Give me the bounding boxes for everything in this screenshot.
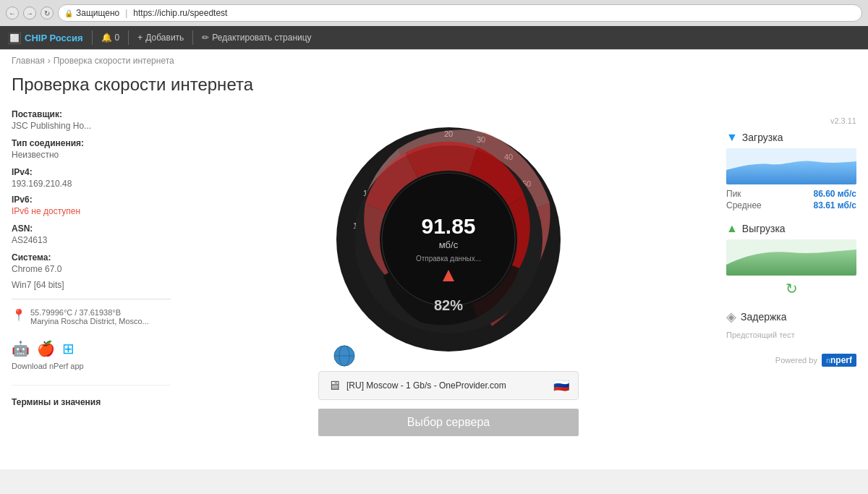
powered-by-label: Powered by xyxy=(775,356,817,365)
ipv6-value: IPv6 не доступен xyxy=(12,206,171,216)
speedometer-svg: 20 30 40 50 60 70 80 90 100 500 1Gb 0 5 … xyxy=(326,116,571,362)
coordinates: 55.79996°С / 37.61938°В xyxy=(30,308,149,317)
provider-label: Поставщик: xyxy=(12,109,171,119)
average-label: Среднее xyxy=(726,200,762,210)
browser-nav: ← → ↻ 🔒 Защищено | https://ichip.ru/spee… xyxy=(0,0,868,26)
upcoming-test: Предстоящий тест xyxy=(726,331,856,339)
download-title: Загрузка xyxy=(742,132,783,143)
edit-button[interactable]: ✏ Редактировать страницу xyxy=(202,33,311,43)
breadcrumb-home[interactable]: Главная xyxy=(12,56,45,66)
page-title: Проверка скорости интернета xyxy=(12,72,856,95)
svg-text:Отправка данных...: Отправка данных... xyxy=(416,255,481,263)
ipv4-value: 193.169.210.48 xyxy=(12,179,171,189)
system-label: Система: xyxy=(12,252,171,263)
toolbar-logo-text: CHIP Россия xyxy=(25,33,83,43)
chip-icon: 🔲 xyxy=(7,31,22,45)
location-name: Maryina Roscha District, Mosco... xyxy=(30,317,149,325)
forward-button[interactable]: → xyxy=(23,7,36,20)
latency-header: ◈ Задержка xyxy=(726,309,856,325)
upload-triangle-icon: ▲ xyxy=(726,222,738,235)
right-panel: v2.3.11 ▼ Загрузка xyxy=(726,109,856,436)
toolbar-separator2 xyxy=(128,30,129,45)
center-panel: 20 30 40 50 60 70 80 90 100 500 1Gb 0 5 … xyxy=(185,109,712,436)
speedometer: 20 30 40 50 60 70 80 90 100 500 1Gb 0 5 … xyxy=(326,116,571,362)
breadcrumb-sep: › xyxy=(48,56,51,66)
svg-text:мб/с: мб/с xyxy=(439,239,459,250)
secure-label: Защищено xyxy=(76,8,119,18)
location-row: 📍 55.79996°С / 37.61938°В Maryina Roscha… xyxy=(12,308,171,325)
toolbar-separator xyxy=(92,30,93,45)
download-triangle-icon: ▼ xyxy=(726,131,738,144)
app-download: 🤖 🍎 ⊞ Download nPerf app xyxy=(12,340,171,370)
url-text: https://ichip.ru/speedtest xyxy=(133,8,227,18)
upload-section: ▲ Выгрузка ↻ xyxy=(726,222,856,297)
address-bar[interactable]: 🔒 Защищено | https://ichip.ru/speedtest xyxy=(58,4,862,22)
nperf-brand: Powered by nnperf xyxy=(726,354,856,367)
globe-icon xyxy=(333,344,356,370)
connection-section: Тип соединения: Неизвестно xyxy=(12,138,171,160)
system-section: Система: Chrome 67.0 Win7 [64 bits] xyxy=(12,252,171,290)
svg-text:91.85: 91.85 xyxy=(421,214,475,238)
server-row: 🖥 [RU] Moscow - 1 Gb/s - OneProvider.com… xyxy=(318,371,579,400)
ipv6-label: IPv6: xyxy=(12,195,171,205)
select-server-button[interactable]: Выбор сервера xyxy=(318,409,579,436)
upload-title: Выгрузка xyxy=(742,223,786,234)
terms-title: Термины и значения xyxy=(12,397,171,407)
toolbar-logo: 🔲 CHIP Россия xyxy=(7,31,83,45)
version-tag: v2.3.11 xyxy=(726,116,856,125)
asn-label: ASN: xyxy=(12,223,171,234)
pencil-icon: ✏ xyxy=(202,33,209,43)
nperf-logo: nnperf xyxy=(822,354,856,367)
browser-toolbar: 🔲 CHIP Россия 🔔 0 + Добавить ✏ Редактиро… xyxy=(0,26,868,49)
latency-icon: ◈ xyxy=(726,309,736,325)
system-value: Chrome 67.0 xyxy=(12,264,171,274)
add-button[interactable]: + Добавить xyxy=(137,33,184,43)
notification-button[interactable]: 🔔 0 xyxy=(101,33,120,43)
connection-label: Тип соединения: xyxy=(12,138,171,148)
ipv4-label: IPv4: xyxy=(12,167,171,177)
provider-value: JSC Publishing Ho... xyxy=(12,121,171,131)
reload-button[interactable]: ↻ xyxy=(41,7,54,20)
plus-icon: + xyxy=(137,33,142,43)
app-download-label: Download nPerf app xyxy=(12,362,84,370)
browser-chrome: ← → ↻ 🔒 Защищено | https://ichip.ru/spee… xyxy=(0,0,868,50)
download-section: ▼ Загрузка xyxy=(726,131,856,210)
content-area: Поставщик: JSC Publishing Ho... Тип соед… xyxy=(0,109,868,448)
download-average: Среднее 83.61 мб/с xyxy=(726,200,856,210)
refresh-icon[interactable]: ↻ xyxy=(726,280,856,297)
latency-section: ◈ Задержка Предстоящий тест xyxy=(726,309,856,339)
upload-header: ▲ Выгрузка xyxy=(726,222,856,235)
windows-icon: ⊞ xyxy=(62,340,75,357)
ip-section: IPv4: 193.169.210.48 IPv6: IPv6 не досту… xyxy=(12,167,171,216)
peak-label: Пик xyxy=(726,189,741,199)
apple-icon: 🍎 xyxy=(37,340,55,357)
server-icon: 🖥 xyxy=(328,378,341,393)
breadcrumb-current: Проверка скорости интернета xyxy=(54,56,174,66)
average-value: 83.61 мб/с xyxy=(813,200,856,210)
left-panel: Поставщик: JSC Publishing Ho... Тип соед… xyxy=(12,109,171,436)
lock-icon: 🔒 xyxy=(64,9,73,17)
russia-flag: 🇷🇺 xyxy=(553,378,569,393)
app-icons: 🤖 🍎 ⊞ xyxy=(12,340,75,357)
download-header: ▼ Загрузка xyxy=(726,131,856,144)
asn-section: ASN: AS24613 xyxy=(12,223,171,245)
peak-value: 86.60 мб/с xyxy=(813,189,856,199)
location-pin-icon: 📍 xyxy=(12,308,26,322)
provider-section: Поставщик: JSC Publishing Ho... xyxy=(12,109,171,131)
back-button[interactable]: ← xyxy=(6,7,19,20)
latency-title: Задержка xyxy=(741,311,787,323)
download-chart xyxy=(726,148,856,184)
page-wrapper: Главная › Проверка скорости интернета Пр… xyxy=(0,50,868,469)
download-stats: Пик 86.60 мб/с xyxy=(726,189,856,199)
os-value: Win7 [64 bits] xyxy=(12,280,171,290)
breadcrumb: Главная › Проверка скорости интернета xyxy=(0,50,868,72)
server-name: [RU] Moscow - 1 Gb/s - OneProvider.com xyxy=(346,380,548,391)
android-icon: 🤖 xyxy=(12,340,30,357)
asn-value: AS24613 xyxy=(12,235,171,245)
toolbar-separator3 xyxy=(192,30,193,45)
svg-text:82%: 82% xyxy=(434,297,463,313)
upload-chart xyxy=(726,239,856,276)
connection-value: Неизвестно xyxy=(12,150,171,160)
bell-icon: 🔔 xyxy=(101,33,112,43)
divider xyxy=(12,299,171,299)
